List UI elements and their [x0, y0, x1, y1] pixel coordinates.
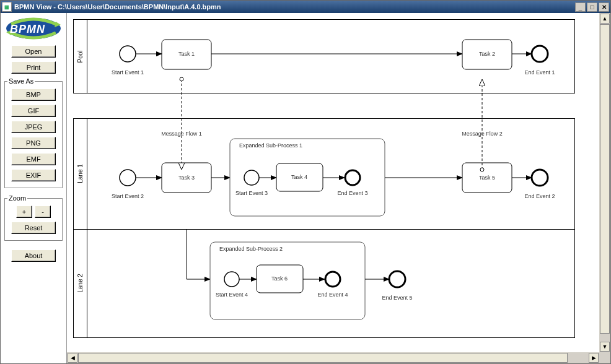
- svg-text:End Event 2: End Event 2: [524, 193, 555, 199]
- save-bmp-button[interactable]: BMP: [11, 89, 56, 101]
- logo: BPMN: [5, 17, 62, 40]
- pool-1[interactable]: Pool Start Event 1 Task 1: [73, 19, 575, 93]
- scroll-left-button[interactable]: ◀: [68, 353, 77, 363]
- sub-process-1: [230, 139, 385, 216]
- pool-2[interactable]: Lane 1 Start Event 2 Task 3: [73, 118, 575, 338]
- maximize-button[interactable]: □: [587, 2, 597, 12]
- task-6: [257, 265, 303, 293]
- svg-text:End Event 5: End Event 5: [382, 295, 412, 301]
- logo-text: BPMN: [10, 23, 45, 36]
- about-button[interactable]: About: [11, 249, 56, 262]
- end-event-5: [389, 271, 405, 287]
- horizontal-scroll-thumb[interactable]: [78, 353, 568, 363]
- start-event-3: [244, 170, 259, 185]
- lane-1[interactable]: Lane 1 Start Event 2 Task 3: [74, 119, 574, 230]
- diagram: Message Flow 1 Message Flow 2 Pool Start…: [73, 19, 575, 363]
- window-title: BPMN View - C:\Users\User\Documents\BPMN…: [14, 3, 574, 11]
- save-jpeg-button[interactable]: JPEG: [11, 121, 56, 133]
- zoom-out-button[interactable]: -: [35, 206, 51, 218]
- task-5: [462, 163, 512, 193]
- svg-text:Task 6: Task 6: [271, 275, 288, 282]
- svg-text:Expanded Sub-Process 2: Expanded Sub-Process 2: [219, 246, 283, 252]
- svg-text:Task 1: Task 1: [178, 51, 195, 57]
- window-body: BPMN Open Print Save As BMP GIF JPEG PNG…: [1, 13, 610, 363]
- end-event-4: [325, 272, 340, 287]
- end-event-2: [532, 170, 548, 186]
- sub-process-2: [210, 242, 365, 319]
- svg-text:Start Event 4: Start Event 4: [216, 292, 248, 298]
- save-emf-button[interactable]: EMF: [11, 153, 56, 165]
- end-event-1: [532, 46, 548, 62]
- lane-1-header: Lane 1: [74, 119, 87, 229]
- svg-text:End Event 3: End Event 3: [337, 190, 367, 196]
- svg-text:Start Event 1: Start Event 1: [112, 69, 144, 76]
- svg-text:Task 5: Task 5: [479, 175, 495, 181]
- minimize-button[interactable]: _: [575, 2, 586, 12]
- start-event-1: [120, 46, 136, 62]
- start-event-4: [224, 272, 239, 287]
- app-window: ▦ BPMN View - C:\Users\User\Documents\BP…: [0, 0, 611, 364]
- zoom-group: Zoom + - Reset: [4, 194, 63, 241]
- app-icon: ▦: [2, 2, 12, 12]
- vertical-scrollbar[interactable]: ▲ ▼: [599, 13, 610, 352]
- zoom-in-button[interactable]: +: [16, 206, 32, 218]
- save-gif-button[interactable]: GIF: [11, 105, 56, 117]
- titlebar[interactable]: ▦ BPMN View - C:\Users\User\Documents\BP…: [1, 1, 610, 13]
- start-event-2: [120, 170, 136, 186]
- zoom-reset-button[interactable]: Reset: [11, 222, 56, 234]
- diagram-canvas[interactable]: Message Flow 1 Message Flow 2 Pool Start…: [66, 13, 610, 363]
- scroll-up-button[interactable]: ▲: [600, 14, 610, 24]
- end-event-3: [345, 170, 360, 185]
- svg-text:Start Event 3: Start Event 3: [235, 190, 268, 196]
- task-2: [462, 40, 512, 69]
- task-3: [162, 163, 211, 193]
- task-4: [276, 163, 323, 191]
- svg-text:Task 2: Task 2: [479, 51, 495, 57]
- svg-text:Task 4: Task 4: [291, 174, 307, 180]
- svg-text:Expanded Sub-Process 1: Expanded Sub-Process 1: [239, 142, 302, 149]
- lane-2-header: Lane 2: [74, 230, 87, 337]
- scroll-down-button[interactable]: ▼: [600, 342, 610, 352]
- saveas-legend: Save As: [7, 77, 35, 85]
- task-1: [162, 40, 211, 69]
- save-exif-button[interactable]: EXIF: [11, 169, 56, 181]
- open-button[interactable]: Open: [11, 45, 56, 58]
- svg-text:Start Event 2: Start Event 2: [112, 193, 144, 199]
- zoom-legend: Zoom: [7, 194, 27, 202]
- close-button[interactable]: ✕: [599, 2, 609, 12]
- svg-text:Task 3: Task 3: [178, 175, 195, 181]
- saveas-group: Save As BMP GIF JPEG PNG EMF EXIF: [4, 77, 63, 188]
- svg-text:End Event 4: End Event 4: [317, 292, 348, 298]
- sidebar: BPMN Open Print Save As BMP GIF JPEG PNG…: [1, 13, 66, 363]
- print-button[interactable]: Print: [11, 61, 56, 74]
- horizontal-scrollbar[interactable]: ◀ ▶: [67, 352, 599, 363]
- save-png-button[interactable]: PNG: [11, 137, 56, 149]
- scroll-right-button[interactable]: ▶: [589, 353, 599, 363]
- lane-2[interactable]: Lane 2 Expanded Sub-Process 2: [74, 230, 574, 337]
- svg-text:End Event 1: End Event 1: [524, 69, 555, 76]
- pool-1-header: Pool: [74, 20, 87, 93]
- scroll-corner: [599, 352, 610, 363]
- vertical-scroll-thumb[interactable]: [600, 24, 610, 334]
